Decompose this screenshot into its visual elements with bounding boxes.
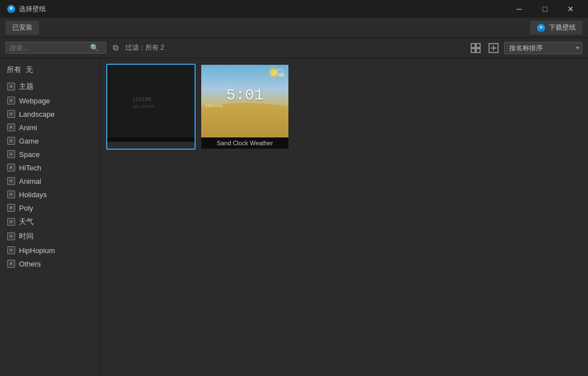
- sidebar-item-hiphopium[interactable]: HipHopium: [0, 244, 100, 257]
- sidebar-all[interactable]: 所有: [7, 65, 21, 75]
- installed-tab[interactable]: 已安装: [6, 21, 39, 35]
- main: 所有 无 主题 Webpage Landscape Animi Game Spa…: [0, 58, 588, 376]
- app-title: 选择壁纸: [19, 4, 46, 14]
- sidebar-none[interactable]: 无: [26, 65, 33, 75]
- toolbar1: 已安装 下载壁纸: [0, 18, 588, 38]
- svg-point-2: [10, 7, 12, 10]
- sidebar-label-hitech: HiTech: [19, 164, 41, 172]
- sidebar-label-holidays: Holidays: [19, 191, 47, 199]
- display-mode-button[interactable]: [468, 42, 483, 54]
- sidebar-label-animal: Animal: [19, 177, 41, 185]
- filter-button[interactable]: ⧉: [111, 42, 121, 54]
- app-icon: [7, 4, 16, 13]
- search-input[interactable]: [10, 44, 88, 52]
- svg-text:WALLPAPER: WALLPAPER: [133, 104, 155, 109]
- checkbox-landscape: [7, 110, 16, 118]
- add-button[interactable]: [486, 42, 501, 54]
- checkbox-game: [7, 136, 16, 145]
- card-title-2: Sand Clock Weather: [201, 137, 288, 149]
- close-button[interactable]: ✕: [558, 0, 584, 18]
- svg-rect-9: [476, 49, 480, 53]
- svg-text:LEGION: LEGION: [133, 97, 151, 102]
- checkbox-hiphopium: [7, 246, 16, 255]
- checkbox-others: [7, 259, 16, 268]
- title-controls: ─ □ ✕: [506, 0, 584, 18]
- sidebar-item-holidays[interactable]: Holidays: [0, 188, 100, 201]
- sidebar-label-landscape: Landscape: [19, 110, 55, 118]
- sidebar-label-poly: Poly: [19, 204, 33, 212]
- svg-rect-7: [476, 44, 480, 47]
- sidebar-item-poly[interactable]: Poly: [0, 201, 100, 215]
- weather-icon: 🌤: [276, 68, 286, 79]
- title-bar-left: 选择壁纸: [7, 4, 46, 14]
- sidebar-item-hitech[interactable]: HiTech: [0, 161, 100, 174]
- sidebar-item-game[interactable]: Game: [0, 134, 100, 147]
- sidebar-label-others: Others: [19, 260, 41, 268]
- search-icon: 🔍: [90, 44, 99, 52]
- sidebar-label-animi: Animi: [19, 123, 37, 132]
- sidebar-label-game: Game: [19, 137, 39, 145]
- sidebar-top: 所有 无: [0, 63, 100, 77]
- sidebar-label-webpage: Webpage: [19, 97, 50, 105]
- toolbar2-right: 按名称排序 按日期排序 按类型排序: [468, 42, 582, 54]
- checkbox-webpage: [7, 96, 16, 105]
- grid-icon: [471, 43, 481, 53]
- sidebar-item-others[interactable]: Others: [0, 257, 100, 270]
- wallpaper-thumb-2: 5:01 🌤 LEGION: [201, 65, 288, 137]
- toolbar2: 🔍 ⧉ 过滤：所有 2 按名称排序 按日期排序 按类型排序: [0, 38, 588, 58]
- sidebar-item-time[interactable]: 时间: [0, 229, 100, 244]
- sidebar-item-weather[interactable]: 天气: [0, 215, 100, 229]
- wallpaper-card-2[interactable]: 5:01 🌤 LEGION Sand Clock Weather: [200, 64, 290, 150]
- svg-rect-8: [471, 49, 475, 53]
- sidebar-label-hiphopium: HipHopium: [19, 246, 55, 255]
- wallpaper-card-1[interactable]: LEGION WALLPAPER: [106, 64, 196, 150]
- download-button[interactable]: 下载壁纸: [530, 21, 582, 35]
- content-area: LEGION WALLPAPER 5:01 🌤 LEGION Sand: [101, 58, 588, 376]
- checkbox-holidays: [7, 190, 16, 199]
- checkbox-weather: [7, 217, 16, 226]
- svg-rect-6: [471, 44, 475, 47]
- sidebar-item-space[interactable]: Space: [0, 147, 100, 161]
- dark-thumb-svg: LEGION WALLPAPER: [129, 84, 173, 118]
- download-label: 下载壁纸: [549, 23, 576, 32]
- sidebar-item-themes[interactable]: 主题: [0, 79, 100, 94]
- checkbox-time: [7, 232, 16, 241]
- thumb-dark: LEGION WALLPAPER: [107, 65, 195, 137]
- title-bar: 选择壁纸 ─ □ ✕: [0, 0, 588, 18]
- checkbox-animal: [7, 177, 16, 185]
- sidebar-label-themes: 主题: [19, 82, 34, 92]
- logo-text: LEGION: [206, 103, 222, 108]
- sidebar-item-animi[interactable]: Animi: [0, 121, 100, 134]
- checkbox-themes: [7, 82, 16, 91]
- checkbox-poly: [7, 203, 16, 212]
- clock-display: 5:01: [226, 87, 263, 104]
- sort-select-wrapper: 按名称排序 按日期排序 按类型排序: [504, 42, 582, 54]
- add-icon: [489, 43, 499, 53]
- checkbox-space: [7, 150, 16, 159]
- filter-label: 过滤：所有 2: [125, 43, 164, 53]
- sidebar-label-time: 时间: [19, 231, 34, 241]
- maximize-button[interactable]: □: [532, 0, 558, 18]
- search-box[interactable]: 🔍: [6, 42, 106, 54]
- sidebar-label-space: Space: [19, 150, 40, 159]
- sidebar-item-webpage[interactable]: Webpage: [0, 94, 100, 107]
- sort-select[interactable]: 按名称排序 按日期排序 按类型排序: [504, 42, 582, 54]
- sidebar: 所有 无 主题 Webpage Landscape Animi Game Spa…: [0, 58, 101, 376]
- wallpaper-thumb-1: LEGION WALLPAPER: [107, 65, 195, 137]
- sidebar-label-weather: 天气: [19, 217, 34, 227]
- minimize-button[interactable]: ─: [506, 0, 532, 18]
- card-title-1: [107, 137, 195, 142]
- checkbox-hitech: [7, 163, 16, 172]
- sidebar-item-animal[interactable]: Animal: [0, 174, 100, 188]
- checkbox-animi: [7, 123, 16, 132]
- svg-point-5: [540, 26, 542, 28]
- download-icon: [537, 23, 546, 32]
- sidebar-item-landscape[interactable]: Landscape: [0, 107, 100, 121]
- thumb-sand-clock: 5:01 🌤 LEGION: [201, 65, 288, 137]
